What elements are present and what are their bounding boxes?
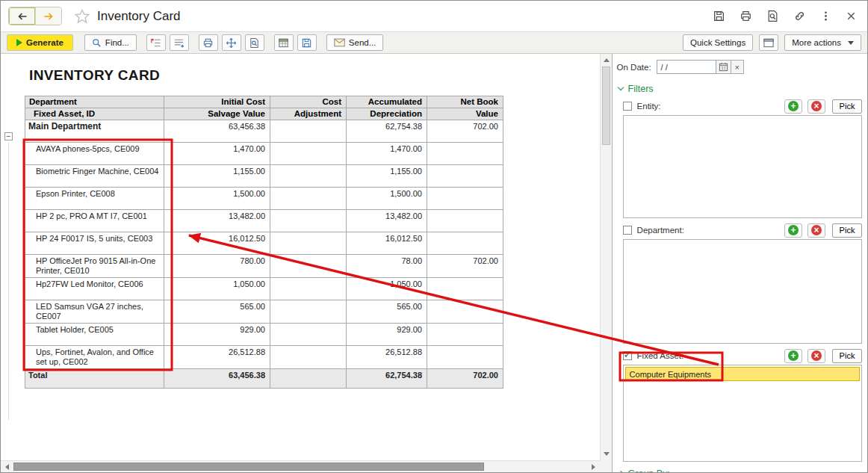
column-header[interactable]: Fixed Asset, ID xyxy=(25,108,164,120)
column-header[interactable]: Cost xyxy=(270,96,347,108)
department-pick-button[interactable]: Pick xyxy=(832,223,862,238)
forward-button[interactable] xyxy=(35,7,61,25)
scroll-down-button[interactable] xyxy=(601,448,613,460)
table-row[interactable]: Ups, Fortinet, Avalon, and Office set up… xyxy=(25,346,503,369)
send-label: Send... xyxy=(349,38,376,47)
amount-cell: 16,012.50 xyxy=(164,232,270,255)
fixed-asset-label: Fixed Asset: xyxy=(637,351,779,360)
flag-list-icon xyxy=(150,37,161,49)
entity-pick-button[interactable]: Pick xyxy=(832,99,862,114)
table-row[interactable]: Epson Printer, CE0081,500.001,500.00 xyxy=(25,188,503,210)
print-report-button[interactable] xyxy=(199,34,218,51)
close-button[interactable] xyxy=(844,9,858,23)
save-button[interactable] xyxy=(711,8,727,24)
more-menu-button[interactable] xyxy=(819,8,833,24)
fixed-asset-pick-button[interactable]: Pick xyxy=(832,349,862,363)
scroll-up-button[interactable] xyxy=(601,54,613,66)
favorite-star-icon[interactable] xyxy=(74,8,90,25)
entity-checkbox[interactable] xyxy=(623,102,632,111)
send-button[interactable]: Send... xyxy=(326,34,383,51)
fixed-asset-remove-button[interactable] xyxy=(807,349,825,363)
preview-report-button[interactable] xyxy=(245,34,264,51)
print-preview-button[interactable] xyxy=(765,8,781,24)
table-row[interactable]: Hp27FW Led Monitor, CE0061,050.001,050.0… xyxy=(25,278,503,300)
amount-cell xyxy=(270,210,347,232)
back-button[interactable] xyxy=(9,7,35,25)
save-icon xyxy=(713,10,725,22)
column-header[interactable]: Value xyxy=(427,108,503,120)
amount-cell: 26,512.88 xyxy=(347,346,427,369)
table-row[interactable]: HP OfficeJet Pro 9015 All-in-One Printer… xyxy=(25,255,503,278)
amount-cell xyxy=(270,120,347,143)
column-header[interactable]: Initial Cost xyxy=(164,96,270,108)
table-row[interactable]: LED Samsun VGA 27 inches, CE007565.00565… xyxy=(25,300,503,324)
amount-cell: 1,155.00 xyxy=(164,165,270,188)
quick-settings-button[interactable]: Quick Settings xyxy=(683,34,753,51)
vertical-scroll-thumb[interactable] xyxy=(602,67,610,145)
asset-name-cell: LED Samsun VGA 27 inches, CE007 xyxy=(25,300,164,324)
column-header[interactable]: Accumulated xyxy=(347,96,427,108)
asset-name-cell: Biometric Finger Machine, CE004 xyxy=(25,165,164,188)
amount-cell: 1,500.00 xyxy=(347,188,427,210)
filter-list-item[interactable]: Computer Equipments xyxy=(625,367,860,381)
department-list[interactable] xyxy=(623,239,862,344)
settings-panel: On Date: / / Filters Entity: Pick xyxy=(613,54,867,472)
flag-rows-button[interactable] xyxy=(146,34,166,51)
table-row-group[interactable]: Main Department 63,456.38 62,754.38 702.… xyxy=(25,120,503,143)
collapse-group-toggle[interactable] xyxy=(4,132,13,140)
table-row[interactable]: Biometric Finger Machine, CE0041,155.001… xyxy=(25,165,503,188)
fixed-asset-list[interactable]: Computer Equipments xyxy=(623,365,862,462)
column-header[interactable]: Depreciation xyxy=(347,108,427,120)
more-actions-button[interactable]: More actions xyxy=(784,34,861,51)
amount-cell xyxy=(427,278,503,300)
fit-page-button[interactable] xyxy=(222,34,241,51)
entity-add-button[interactable] xyxy=(784,99,802,114)
calendar-button[interactable] xyxy=(716,60,731,74)
column-header[interactable]: Adjustment xyxy=(270,108,347,120)
filters-section-toggle[interactable]: Filters xyxy=(619,84,864,94)
column-header[interactable]: Net Book xyxy=(427,96,503,108)
table-row[interactable]: HP 24 F0017 IS, 5 units, CE00316,012.501… xyxy=(25,232,503,255)
amount-cell xyxy=(270,165,347,188)
fixed-asset-add-button[interactable] xyxy=(784,349,802,363)
fixed-asset-checkbox[interactable] xyxy=(623,351,632,360)
department-remove-button[interactable] xyxy=(807,223,825,238)
scroll-right-button[interactable] xyxy=(588,461,600,473)
group-by-section-toggle[interactable]: Group By: xyxy=(619,469,864,473)
amount-cell xyxy=(427,165,503,188)
export-button[interactable] xyxy=(274,34,294,51)
department-add-button[interactable] xyxy=(784,223,802,238)
find-button[interactable]: Find... xyxy=(84,34,137,51)
clear-date-button[interactable] xyxy=(731,60,744,74)
table-row[interactable]: AVAYA phones-5pcs, CE0091,470.001,470.00 xyxy=(25,143,503,165)
horizontal-scroll-thumb[interactable] xyxy=(13,463,484,471)
column-header[interactable]: Salvage Value xyxy=(164,108,270,120)
table-row-total[interactable]: Total 63,456.38 62,754.38 702.00 xyxy=(25,369,503,389)
triangle-left-icon xyxy=(2,464,9,470)
vertical-scrollbar[interactable] xyxy=(600,54,612,460)
save-result-button[interactable] xyxy=(297,34,317,51)
department-checkbox[interactable] xyxy=(623,226,632,235)
print-button[interactable] xyxy=(738,8,754,24)
triangle-up-icon xyxy=(604,55,610,62)
list-icon xyxy=(173,37,185,49)
scroll-left-button[interactable] xyxy=(1,461,13,473)
report-title: INVENTORY CARD xyxy=(29,67,160,84)
table-row[interactable]: Tablet Holder, CE005929.00929.00 xyxy=(25,324,503,346)
amount-cell: 929.00 xyxy=(164,324,270,346)
layout-button[interactable] xyxy=(759,34,778,51)
amount-cell xyxy=(427,346,503,369)
list-settings-button[interactable] xyxy=(170,34,189,51)
close-icon xyxy=(846,10,857,22)
entity-list[interactable] xyxy=(623,115,862,218)
get-link-button[interactable] xyxy=(792,8,807,24)
plus-circle-icon xyxy=(788,225,799,235)
amount-cell: 1,470.00 xyxy=(347,143,427,165)
table-row[interactable]: HP 2 pc, PRO A MT I7, CE00113,482.0013,4… xyxy=(25,210,503,232)
entity-remove-button[interactable] xyxy=(807,99,825,114)
on-date-input[interactable]: / / xyxy=(657,60,716,74)
column-header[interactable]: Department xyxy=(25,96,164,108)
horizontal-scrollbar[interactable] xyxy=(1,460,600,472)
generate-button[interactable]: Generate xyxy=(7,34,73,51)
plus-circle-icon xyxy=(788,101,799,111)
